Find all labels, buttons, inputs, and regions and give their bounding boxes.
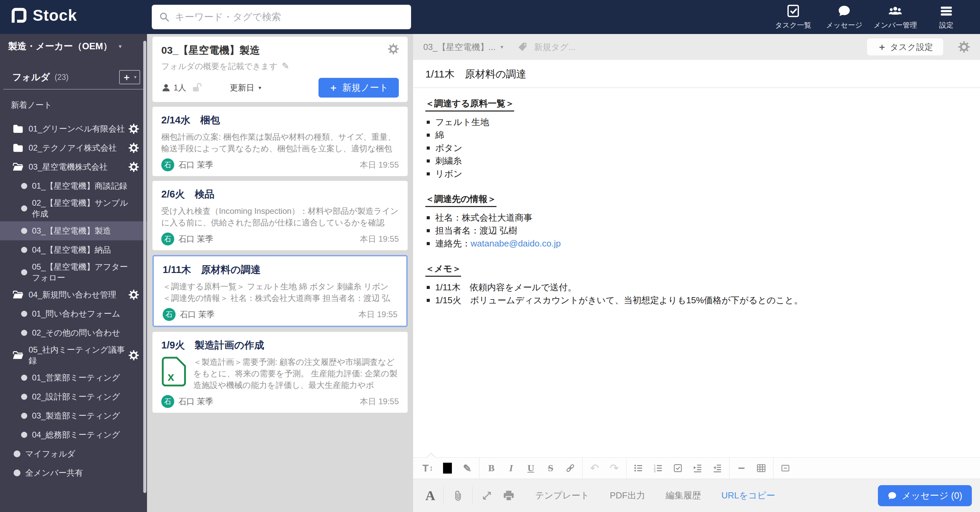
italic-button[interactable]: I — [501, 458, 521, 479]
topnav-messages[interactable]: メッセージ — [819, 0, 870, 34]
sidebar-item-label: 02_テクノアイ株式会社 — [29, 143, 117, 153]
sidebar-divider — [3, 89, 143, 89]
sidebar-item[interactable]: 03_製造部ミーティング — [0, 406, 147, 425]
remove-cell-button[interactable] — [775, 458, 795, 479]
footer-action-button[interactable]: テンプレート — [535, 490, 589, 501]
avatar: 石 — [161, 159, 174, 171]
app-logo[interactable]: Stock — [10, 6, 77, 24]
new-tag-input[interactable] — [534, 42, 656, 52]
message-button[interactable]: メッセージ (0) — [878, 485, 972, 506]
sidebar-item-new-notes[interactable]: 新着ノート — [11, 100, 147, 111]
note-card[interactable]: 2/6火 検品受け入れ検査（Incoming Inspection）：材料や部品… — [153, 181, 408, 250]
email-link[interactable]: watanabe@daido.co.jp — [471, 237, 561, 250]
search-input[interactable] — [175, 11, 404, 22]
print-button[interactable] — [503, 490, 515, 502]
sidebar-item[interactable]: 03_【星空電機】製造 — [0, 221, 147, 240]
breadcrumb-folder-selector[interactable]: 03_【星空電機】... ▼ — [423, 41, 504, 53]
sort-selector[interactable]: 更新日 ▼ — [230, 82, 262, 93]
tag-icon — [517, 42, 528, 52]
sidebar-item-label: 04_【星空電機】納品 — [32, 244, 111, 255]
link-button[interactable] — [560, 458, 580, 479]
sidebar-scrollbar[interactable] — [143, 41, 146, 493]
sidebar-item[interactable]: 01_営業部ミーティング — [0, 368, 147, 387]
svg-text:3: 3 — [654, 469, 655, 473]
note-section: ＜メモ＞1/11木 依頼内容をメールで送付。1/15火 ボリュームディスカウント… — [425, 263, 968, 307]
note-editor-area[interactable]: 1/11木 原材料の調達 ＜調達する原料一覧＞フェルト生地綿ボタン刺繍糸リボン＜… — [413, 60, 980, 457]
sidebar-item[interactable]: 02_テクノアイ株式会社 — [0, 138, 147, 157]
footer-action-copy-url[interactable]: URLをコピー — [721, 490, 775, 501]
sidebar-item-label: 03_星空電機株式会社 — [29, 162, 108, 172]
sidebar-item[interactable]: 01_グリーンベル有限会社 — [0, 119, 147, 138]
footer-separator — [472, 487, 473, 505]
global-search — [152, 5, 411, 29]
sidebar-item[interactable]: 01_【星空電機】商談記録 — [0, 176, 147, 195]
sidebar-item[interactable]: 全メンバー共有 — [0, 463, 147, 482]
redo-button[interactable]: ↷ — [605, 458, 624, 479]
workspace-title: 製造・メーカー（OEM） — [8, 40, 112, 52]
topnav-tasks[interactable]: タスク一覧 — [768, 0, 819, 34]
strikethrough-button[interactable]: S — [541, 458, 560, 479]
note-line-text: ボタン — [435, 141, 463, 154]
folder-gear-icon[interactable] — [129, 162, 139, 172]
sidebar-item[interactable]: 04_【星空電機】納品 — [0, 240, 147, 259]
sidebar-item[interactable]: 04_新規問い合わせ管理 — [0, 285, 147, 304]
note-settings-gear-icon[interactable] — [958, 41, 970, 53]
fullscreen-button[interactable] — [481, 490, 493, 502]
checklist-button[interactable] — [668, 458, 688, 479]
sidebar-item[interactable]: 01_問い合わせフォーム — [0, 304, 147, 323]
indent-button[interactable] — [688, 458, 708, 479]
font-style-button[interactable]: A — [425, 488, 435, 504]
folder-gear-icon[interactable] — [129, 143, 139, 153]
note-card[interactable]: 1/11木 原材料の調達＜調達する原料一覧＞ フェルト生地 綿 ボタン 刺繍糸 … — [153, 255, 408, 327]
sidebar-item-label: 04_新規問い合わせ管理 — [29, 289, 116, 300]
text-size-button[interactable]: T↕ — [418, 458, 438, 479]
add-folder-button[interactable]: ＋ ▼ — [119, 70, 140, 84]
folder-settings-gear-icon[interactable] — [388, 43, 399, 54]
note-line-text: フェルト生地 — [435, 116, 489, 128]
note-card-title: 1/11木 原材料の調達 — [163, 263, 398, 277]
footer-separator — [443, 487, 444, 505]
sidebar-item-label: 01_【星空電機】商談記録 — [32, 181, 127, 192]
bullet-dot-icon — [21, 228, 27, 234]
sidebar-item[interactable]: 04_総務部ミーティング — [0, 425, 147, 444]
note-card[interactable]: 1/9火 製造計画の作成x＜製造計画＞需要予測: 顧客の注文履歴や市場調査などを… — [153, 332, 408, 413]
footer-action-button[interactable]: PDF出力 — [610, 490, 645, 501]
sidebar-item[interactable]: 03_星空電機株式会社 — [0, 157, 147, 176]
sidebar-item[interactable]: 05_社内ミーティング議事録 — [0, 342, 147, 368]
workspace-switcher[interactable]: 製造・メーカー（OEM） ▼ — [0, 34, 147, 52]
sidebar-item[interactable]: マイフォルダ — [0, 444, 147, 463]
note-card-title: 1/9火 製造計画の作成 — [161, 339, 399, 352]
task-settings-button[interactable]: ＋ タスク設定 — [867, 38, 943, 55]
topnav-settings[interactable]: 設定 — [921, 0, 972, 34]
numbered-list-button[interactable]: 123 — [648, 458, 668, 479]
folder-gear-icon[interactable] — [129, 290, 139, 300]
folder-gear-icon[interactable] — [129, 350, 139, 360]
underline-button[interactable]: U — [521, 458, 541, 479]
note-card-title: 2/14水 梱包 — [161, 114, 399, 127]
horizontal-rule-button[interactable] — [732, 458, 751, 479]
note-card-author: 石口 茉季 — [180, 309, 215, 320]
sidebar-item[interactable]: 02_設計部ミーティング — [0, 387, 147, 406]
note-list-column: 03_【星空電機】製造 フォルダの概要を記載できます ✎ 1人 更新日 ▼ ＋ — [147, 34, 413, 512]
footer-action-button[interactable]: 編集履歴 — [666, 490, 701, 501]
text-color-button[interactable] — [438, 458, 457, 479]
attachment-button[interactable] — [452, 490, 464, 502]
topnav-members[interactable]: メンバー管理 — [870, 0, 921, 34]
sidebar-item[interactable]: 05_【星空電機】アフターフォロー — [0, 259, 147, 285]
bullet-list-button[interactable] — [628, 458, 648, 479]
title-divider — [413, 87, 980, 88]
table-button[interactable] — [751, 458, 771, 479]
outdent-button[interactable] — [708, 458, 727, 479]
sidebar-item[interactable]: 02_【星空電機】サンプル作成 — [0, 195, 147, 221]
folder-open-icon — [12, 289, 24, 301]
new-note-button[interactable]: ＋ 新規ノート — [318, 78, 399, 98]
sidebar-item[interactable]: 02_その他の問い合わせ — [0, 323, 147, 342]
highlighter-button[interactable]: ✎ — [457, 458, 477, 479]
member-count[interactable]: 1人 — [161, 82, 186, 93]
bold-button[interactable]: B — [482, 458, 501, 479]
folder-description[interactable]: フォルダの概要を記載できます ✎ — [161, 61, 399, 72]
sidebar-item-label: 01_グリーンベル有限会社 — [29, 124, 125, 134]
note-card[interactable]: 2/14水 梱包梱包計画の立案: 梱包作業は製品や材料の種類、サイズ、重量、輸送… — [153, 107, 408, 176]
folder-gear-icon[interactable] — [129, 124, 139, 134]
undo-button[interactable]: ↶ — [585, 458, 605, 479]
